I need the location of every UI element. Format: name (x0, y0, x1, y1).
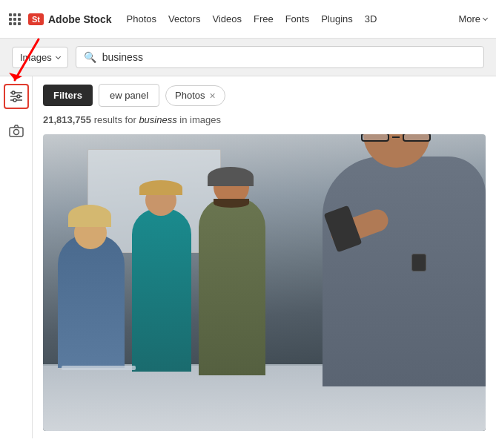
filters-button[interactable]: Filters (43, 85, 93, 106)
svg-point-7 (13, 99, 16, 102)
nav-links: Photos Vectors Videos Free Fonts Plugins… (127, 13, 459, 24)
photos-tag-chip[interactable]: Photos × (165, 85, 225, 106)
search-result-image[interactable] (43, 134, 486, 431)
saved-searches-button[interactable] (4, 118, 29, 143)
logo-badge: St (28, 13, 44, 25)
person-3 (199, 175, 265, 375)
new-panel-button[interactable]: ew panel (99, 84, 159, 107)
search-input[interactable] (102, 51, 476, 63)
results-count: 21,813,755 results for business in image… (43, 114, 486, 125)
tag-close-icon[interactable]: × (210, 90, 216, 102)
svg-point-3 (12, 91, 15, 94)
filter-bar: Filters ew panel Photos × (43, 84, 486, 107)
chevron-down-icon (483, 16, 488, 21)
top-nav: St Adobe Stock Photos Vectors Videos Fre… (0, 0, 496, 39)
grid-menu-icon[interactable] (9, 13, 21, 25)
svg-point-9 (13, 130, 19, 135)
brand-name: Adobe Stock (48, 13, 112, 25)
svg-point-5 (17, 95, 20, 98)
nav-videos[interactable]: Videos (212, 13, 242, 24)
nav-plugins[interactable]: Plugins (321, 13, 353, 24)
content-area: Filters ew panel Photos × 21,813,755 res… (33, 76, 496, 438)
person-4 (323, 134, 486, 386)
desk-papers (62, 366, 136, 370)
search-type-dropdown[interactable]: Images (12, 47, 68, 68)
camera-icon (9, 124, 24, 137)
nav-more[interactable]: More (458, 13, 487, 24)
nav-3d[interactable]: 3D (365, 13, 377, 24)
sidebar (0, 76, 33, 438)
image-background (43, 134, 486, 431)
main-area: Filters ew panel Photos × 21,813,755 res… (0, 76, 496, 438)
nav-fonts[interactable]: Fonts (285, 13, 310, 24)
search-bar-row: Images 🔍 (0, 39, 496, 76)
search-icon: 🔍 (84, 51, 96, 63)
nav-free[interactable]: Free (254, 13, 274, 24)
nav-photos[interactable]: Photos (127, 13, 156, 24)
person-2 (132, 179, 191, 372)
watch (411, 254, 426, 271)
dropdown-chevron-icon (56, 53, 61, 59)
nav-vectors[interactable]: Vectors (168, 13, 200, 24)
filter-sliders-icon (10, 90, 23, 102)
person-1 (58, 205, 125, 368)
search-input-wrap: 🔍 (76, 46, 484, 68)
filter-sliders-button[interactable] (4, 84, 29, 109)
